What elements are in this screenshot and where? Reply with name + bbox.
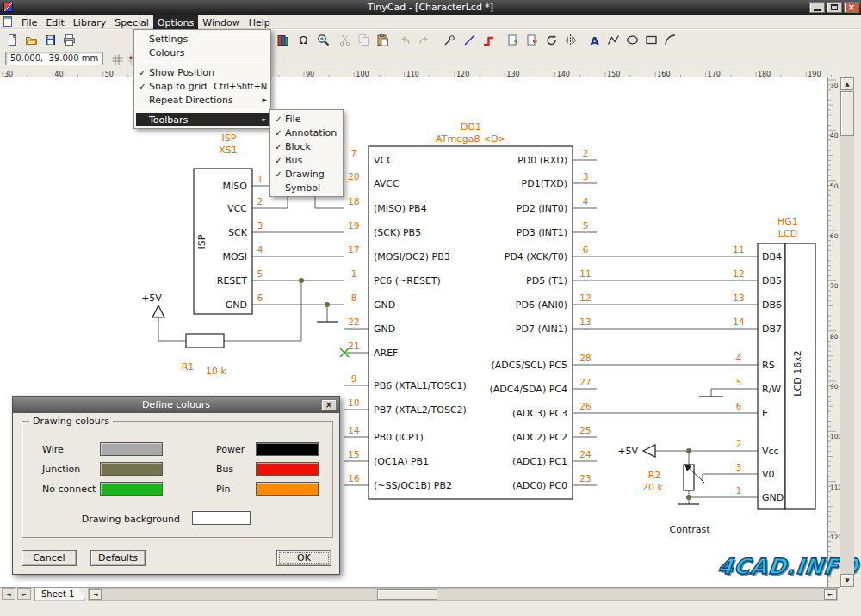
dialog-close-button[interactable]: × <box>321 399 337 410</box>
save-button[interactable] <box>41 32 59 48</box>
isp-pin-number: 1 <box>257 174 263 184</box>
menu-item-label: Block <box>285 141 341 152</box>
menu-item-file[interactable]: ✓File <box>272 112 341 126</box>
pin-colour-swatch[interactable] <box>256 482 319 496</box>
open-folder-button[interactable] <box>22 32 40 48</box>
power-colour-swatch[interactable] <box>256 442 319 456</box>
menu-item-colours[interactable]: Colours <box>136 46 269 59</box>
menu-item-snap-to-grid[interactable]: ✓Snap to gridCtrl+Shft+N <box>136 79 269 93</box>
svg-text:90: 90 <box>306 71 314 77</box>
plus5v-arrow-right <box>643 445 655 457</box>
print-button[interactable] <box>60 32 77 48</box>
cancel-button[interactable]: Cancel <box>22 550 77 566</box>
wire-colour-swatch[interactable] <box>100 442 163 456</box>
menu-special[interactable]: Special <box>110 15 153 30</box>
close-button[interactable]: × <box>844 2 859 13</box>
mcu-pin-number: 14 <box>348 425 360 435</box>
arc-button[interactable] <box>661 32 678 48</box>
bus-button[interactable] <box>480 32 497 48</box>
defaults-button[interactable]: Defaults <box>90 550 146 566</box>
scroll-down-button[interactable]: ▼ <box>840 574 854 587</box>
block-import-button[interactable] <box>505 32 522 48</box>
main-toolbar: ΩA <box>0 29 861 50</box>
copy-button[interactable] <box>355 32 372 48</box>
rectangle-button[interactable] <box>642 32 660 48</box>
menu-item-bus[interactable]: ✓Bus <box>272 153 341 167</box>
mcu-pin-number: 3 <box>583 171 589 182</box>
pin-colour-label: Pin <box>216 484 230 495</box>
block-mirror-button[interactable] <box>561 32 579 48</box>
new-file-button[interactable] <box>3 32 21 48</box>
menu-item-show-position[interactable]: ✓Show Position <box>136 65 269 79</box>
text-button[interactable]: A <box>585 32 603 48</box>
ellipse-button[interactable] <box>623 32 641 48</box>
mcu-body[interactable] <box>369 146 573 499</box>
horizontal-scrollbar[interactable]: ◄ ► <box>88 588 838 601</box>
isp-pin-label: MOSI <box>223 251 247 262</box>
menu-options[interactable]: Options <box>153 15 198 30</box>
isp-pin-number: 3 <box>257 220 263 231</box>
menu-item-settings[interactable]: Settings <box>136 32 269 46</box>
menu-file[interactable]: File <box>17 15 41 30</box>
horizontal-scroll-thumb[interactable] <box>377 589 437 600</box>
menu-item-annotation[interactable]: ✓Annotation <box>272 126 341 139</box>
scroll-up-button[interactable]: ▲ <box>840 77 854 90</box>
menu-item-block[interactable]: ✓Block <box>272 139 341 153</box>
menu-edit[interactable]: Edit <box>41 15 68 30</box>
vertical-scroll-thumb[interactable] <box>840 91 854 136</box>
library-button[interactable] <box>274 32 291 48</box>
mcu-pin-number: 13 <box>579 317 591 327</box>
menu-bar: FileEditLibrarySpecialOptionsWindowHelp <box>0 15 861 29</box>
menu-help[interactable]: Help <box>245 15 275 30</box>
omega-button[interactable]: Ω <box>294 32 312 48</box>
mcu-pin-number: 5 <box>583 220 589 231</box>
isp-pin-label: VCC <box>227 203 247 214</box>
menu-item-symbol[interactable]: Symbol <box>272 181 341 194</box>
resistor-r1-body[interactable] <box>186 334 224 348</box>
svg-text:70: 70 <box>830 282 839 290</box>
cut-button[interactable] <box>336 32 353 48</box>
previous-sheet-button[interactable]: ◄ <box>2 588 15 600</box>
menu-item-drawing[interactable]: ✓Drawing <box>272 167 341 181</box>
mcu-pin-label: GND <box>374 323 395 335</box>
sheet-tab-label: Sheet 1 <box>41 589 74 599</box>
bus-colour-swatch[interactable] <box>256 462 319 476</box>
scroll-right-button[interactable]: ► <box>824 589 837 600</box>
zoom-in-button[interactable] <box>314 32 331 48</box>
mcu-pin-number: 21 <box>348 341 359 351</box>
sheet-tab[interactable]: Sheet 1 <box>34 588 85 601</box>
menu-window[interactable]: Window <box>198 15 244 30</box>
mcu-pin-label: PB0 (ICP1) <box>374 432 424 443</box>
menu-library[interactable]: Library <box>69 15 110 30</box>
isp-pin-label: MISO <box>223 181 248 192</box>
vertical-scrollbar[interactable]: ▲ ▼ <box>840 77 854 587</box>
plus5v-arrow-left <box>152 305 164 317</box>
svg-text:Ω: Ω <box>299 34 307 46</box>
lcd-pin-number: 1 <box>736 485 742 496</box>
lcd-pin-label: DB5 <box>762 275 782 286</box>
no-connect-colour-swatch[interactable] <box>100 482 163 496</box>
block-rotate-button[interactable] <box>542 32 560 48</box>
paste-button[interactable] <box>374 32 391 48</box>
lcd-pin-number: 3 <box>736 462 742 472</box>
maximize-button[interactable] <box>827 2 842 13</box>
drawing-background-swatch[interactable] <box>192 511 251 525</box>
menu-item-label: Annotation <box>285 127 341 139</box>
redo-button[interactable] <box>415 32 432 48</box>
grid-button[interactable] <box>108 52 126 68</box>
menu-item-repeat-directions[interactable]: Repeat Directions► <box>136 93 269 107</box>
undo-button[interactable] <box>396 32 413 48</box>
mcu-pin-label: AREF <box>374 348 398 359</box>
ok-button[interactable]: OK <box>276 550 331 566</box>
scroll-left-button[interactable]: ◄ <box>89 589 102 600</box>
menu-item-toolbars[interactable]: Toolbars► <box>136 113 269 126</box>
minimize-button[interactable] <box>809 2 825 13</box>
pin-button[interactable] <box>441 32 458 48</box>
wire-button[interactable] <box>461 32 478 48</box>
polygon-button[interactable] <box>604 32 622 48</box>
lcd-pin-label: RS <box>762 360 775 371</box>
junction-colour-swatch[interactable] <box>100 462 163 476</box>
next-sheet-button[interactable]: ► <box>17 588 31 600</box>
checkmark-icon: ✓ <box>136 82 149 91</box>
block-export-button[interactable] <box>523 32 541 48</box>
